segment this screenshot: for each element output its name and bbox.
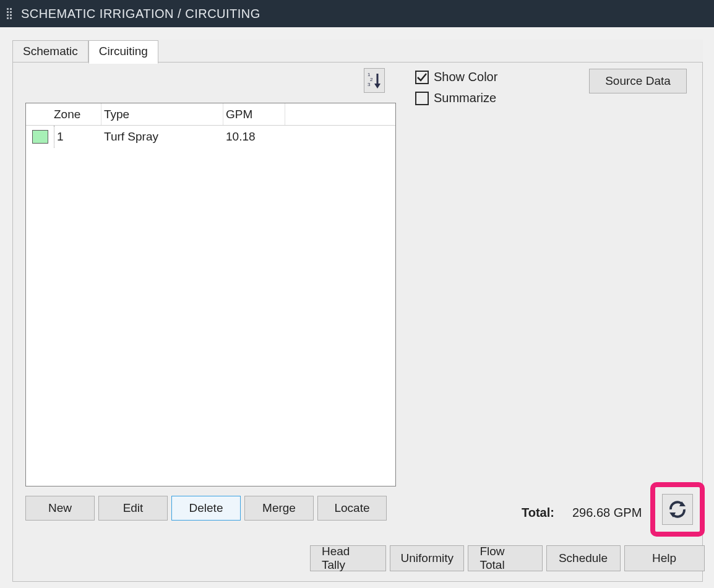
row-action-buttons: New Edit Delete Merge Locate xyxy=(25,496,387,521)
refresh-button[interactable] xyxy=(662,494,693,525)
checkbox-row-show-color: Show Color xyxy=(415,70,497,84)
svg-text:3: 3 xyxy=(368,82,371,87)
cell-type: Turf Spray xyxy=(101,130,223,144)
tab-circuiting[interactable]: Circuiting xyxy=(88,40,158,64)
tab-pane-circuiting: 1 2 3 Show Color Summarize Source Data xyxy=(12,62,703,582)
help-button[interactable]: Help xyxy=(624,545,705,571)
cell-zone: 1 xyxy=(54,126,101,148)
highlight-annotation xyxy=(650,482,705,537)
checkbox-summarize[interactable] xyxy=(415,92,429,105)
cell-gpm: 10.18 xyxy=(223,130,285,144)
cell-color xyxy=(26,130,54,144)
sort-numeric-button[interactable]: 1 2 3 xyxy=(364,68,385,93)
col-header-zone[interactable]: Zone xyxy=(54,103,101,125)
table-row[interactable]: 1 Turf Spray 10.18 xyxy=(26,126,395,148)
client-area: Schematic Circuiting 1 2 3 Show Color xyxy=(0,27,714,588)
title-bar: SCHEMATIC IRRIGATION / CIRCUITING xyxy=(0,0,714,27)
check-icon xyxy=(416,72,428,83)
grip-icon[interactable] xyxy=(6,6,15,21)
total-value: 296.68 GPM xyxy=(572,506,642,520)
label-summarize: Summarize xyxy=(434,91,496,105)
checkbox-row-summarize: Summarize xyxy=(415,91,496,105)
zone-grid[interactable]: Zone Type GPM 1 Turf Spray 10.18 xyxy=(25,103,396,486)
total-label: Total: xyxy=(522,506,554,520)
new-button[interactable]: New xyxy=(25,496,95,521)
tab-schematic[interactable]: Schematic xyxy=(12,40,88,64)
flow-total-button[interactable]: Flow Total xyxy=(468,545,542,571)
sort-numeric-icon: 1 2 3 xyxy=(367,71,382,90)
col-header-type[interactable]: Type xyxy=(101,103,223,125)
zone-grid-header: Zone Type GPM xyxy=(26,103,395,126)
bottom-buttons: Head Tally Uniformity Flow Total Schedul… xyxy=(310,545,705,571)
merge-button[interactable]: Merge xyxy=(244,496,314,521)
locate-button[interactable]: Locate xyxy=(317,496,387,521)
label-show-color: Show Color xyxy=(434,70,497,84)
svg-text:2: 2 xyxy=(370,77,373,82)
tab-strip: Schematic Circuiting xyxy=(12,40,158,63)
schedule-button[interactable]: Schedule xyxy=(546,545,621,571)
dialog-inner: Schematic Circuiting 1 2 3 Show Color xyxy=(12,40,703,582)
edit-button[interactable]: Edit xyxy=(98,496,168,521)
col-header-gpm[interactable]: GPM xyxy=(223,103,285,125)
head-tally-button[interactable]: Head Tally xyxy=(310,545,386,571)
delete-button[interactable]: Delete xyxy=(171,496,241,521)
checkbox-show-color[interactable] xyxy=(415,71,429,84)
window-title: SCHEMATIC IRRIGATION / CIRCUITING xyxy=(21,7,260,21)
refresh-icon xyxy=(667,499,688,520)
svg-marker-4 xyxy=(374,84,381,89)
color-swatch xyxy=(32,130,48,144)
uniformity-button[interactable]: Uniformity xyxy=(390,545,464,571)
source-data-button[interactable]: Source Data xyxy=(589,69,687,93)
